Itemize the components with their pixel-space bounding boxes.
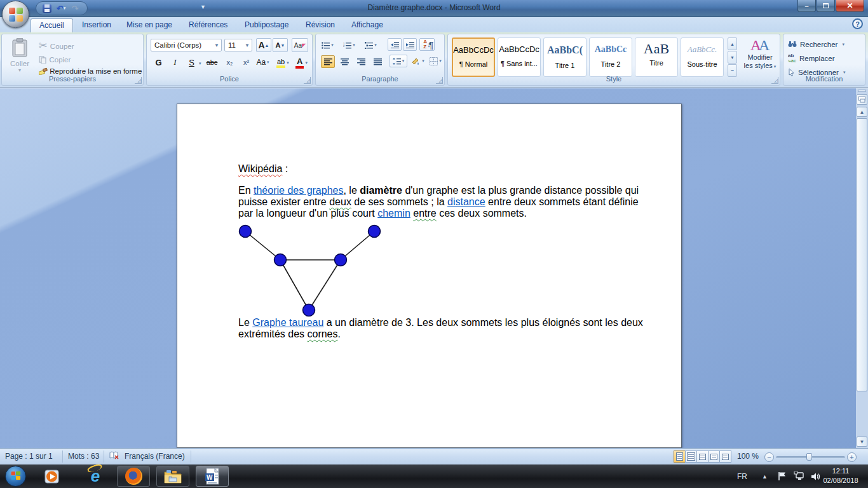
tab-mise-en-page[interactable]: Mise en page	[118, 18, 180, 32]
zoom-level[interactable]: 100 %	[737, 452, 759, 461]
zoom-out-button[interactable]: −	[764, 452, 774, 462]
style-sous-titre[interactable]: AaBbCc. Sous-titre	[681, 37, 724, 77]
style-sans-interligne[interactable]: AaBbCcDc ¶ Sans int...	[498, 37, 541, 77]
text-run: .	[338, 329, 341, 339]
view-outline-button[interactable]	[708, 451, 720, 463]
tray-show-hidden-button[interactable]: ▲	[762, 464, 768, 488]
bold-button[interactable]: G	[152, 56, 165, 69]
show-hide-pilcrow-button[interactable]: ¶	[424, 39, 438, 51]
paragraph-conclusion: Le Graphe taureau a un diamètre de 3. Le…	[238, 317, 651, 340]
clipboard-dialog-launcher[interactable]: ◿	[135, 77, 142, 84]
align-center-button[interactable]	[337, 55, 351, 68]
paragraph-dialog-launcher[interactable]: ◿	[436, 77, 443, 84]
styles-scroll-down[interactable]: ▼	[728, 51, 737, 64]
shading-button[interactable]: ▾	[411, 55, 424, 67]
find-button[interactable]: Rechercher▾	[783, 37, 844, 51]
subscript-button[interactable]: x₂	[223, 56, 236, 69]
taskbar-internet-explorer-button[interactable]: e	[81, 466, 109, 487]
vertical-scrollbar[interactable]: ▲ ▼	[856, 88, 868, 448]
close-button[interactable]: ✕	[836, 0, 864, 12]
paste-dropdown-arrow[interactable]: ▾	[7, 67, 32, 73]
taskbar-media-player-button[interactable]	[39, 466, 65, 487]
font-size-combobox[interactable]: 11▼	[224, 39, 252, 51]
proofing-status-icon[interactable]	[109, 451, 119, 462]
tray-clock[interactable]: 12:11 02/08/2018	[818, 466, 863, 485]
styles-scroll-up[interactable]: ▲	[728, 37, 737, 50]
replace-button[interactable]: ab⤷ac Remplacer	[783, 51, 835, 65]
bullets-button[interactable]: ▾	[321, 39, 334, 51]
font-dialog-launcher[interactable]: ◿	[304, 77, 311, 84]
copy-button[interactable]: Copier	[39, 53, 71, 65]
zoom-slider-thumb[interactable]	[806, 453, 812, 461]
line-spacing-button[interactable]: ▾	[390, 55, 407, 67]
scroll-down-arrow[interactable]: ▼	[857, 437, 867, 447]
font-family-combobox[interactable]: Calibri (Corps)▼	[151, 39, 222, 51]
style-titre[interactable]: AaB Titre	[635, 37, 678, 77]
taskbar-firefox-button[interactable]	[117, 466, 150, 487]
increase-indent-button[interactable]	[403, 38, 417, 51]
language-indicator[interactable]: Français (France)	[125, 452, 185, 461]
office-button[interactable]	[2, 1, 29, 28]
view-web-layout-button[interactable]	[696, 451, 709, 463]
restore-button[interactable]	[817, 0, 835, 12]
hyperlink-graphe-taureau[interactable]: Graphe taureau	[252, 317, 323, 328]
hyperlink-theorie-des-graphes[interactable]: théorie des graphes	[254, 185, 343, 196]
scrollbar-thumb[interactable]	[857, 118, 867, 391]
shrink-font-button[interactable]: A▼	[273, 38, 288, 52]
tab-revision[interactable]: Révision	[297, 18, 343, 32]
tab-references[interactable]: Références	[180, 18, 236, 32]
scroll-up-arrow[interactable]: ▲	[857, 107, 867, 117]
ruler-toggle-button[interactable]	[857, 94, 867, 105]
style-titre-1[interactable]: AaBbC( Titre 1	[543, 37, 587, 77]
action-center-flag-icon[interactable]	[778, 464, 787, 488]
strikethrough-button[interactable]: abc	[205, 56, 219, 69]
numbering-button[interactable]: 12▾	[342, 39, 356, 51]
title-bar: ↶▾ ↷ ▼ Diamètre graphe.docx - Microsoft …	[0, 0, 868, 17]
bull-graph[interactable]	[234, 222, 387, 323]
zoom-in-button[interactable]: +	[847, 452, 857, 462]
superscript-button[interactable]: x²	[240, 56, 253, 69]
tab-insertion[interactable]: Insertion	[74, 18, 119, 32]
taskbar-explorer-button[interactable]	[156, 466, 189, 487]
help-button[interactable]: ?	[852, 18, 863, 29]
format-painter-button[interactable]: Reproduire la mise en forme	[39, 67, 142, 75]
tray-language[interactable]: FR	[737, 464, 747, 488]
split-handle[interactable]	[858, 90, 866, 92]
view-print-layout-button[interactable]	[674, 451, 686, 463]
view-fullscreen-reading-button[interactable]	[685, 451, 697, 463]
change-styles-button[interactable]: AA Modifierles styles▾	[742, 37, 778, 71]
underline-button[interactable]: S	[185, 56, 198, 69]
underline-dropdown[interactable]: ▾	[199, 61, 201, 66]
tab-publipostage[interactable]: Publipostage	[236, 18, 297, 32]
page-indicator[interactable]: Page : 1 sur 1	[5, 452, 53, 461]
minimize-button[interactable]: –	[797, 0, 816, 12]
style-normal[interactable]: AaBbCcDc ¶ Normal	[452, 37, 495, 77]
network-tray-icon[interactable]	[794, 464, 804, 488]
tab-affichage[interactable]: Affichage	[343, 18, 391, 32]
justify-button[interactable]	[370, 55, 384, 68]
align-left-button[interactable]	[321, 55, 335, 68]
start-button[interactable]	[5, 466, 26, 487]
taskbar-word-button[interactable]: W	[196, 466, 229, 487]
view-draft-button[interactable]	[719, 451, 731, 463]
multilevel-list-button[interactable]: ▾	[364, 39, 377, 51]
align-right-button[interactable]	[354, 55, 368, 68]
text-highlight-button[interactable]: ab▾	[276, 55, 289, 67]
cut-button[interactable]: ✂ Couper	[39, 39, 74, 51]
hyperlink-chemin[interactable]: chemin	[377, 208, 410, 219]
clear-formatting-button[interactable]: Aa◤	[292, 38, 308, 52]
decrease-indent-button[interactable]	[388, 38, 402, 51]
hyperlink-distance[interactable]: distance	[447, 196, 485, 207]
tab-accueil[interactable]: Accueil	[31, 18, 73, 32]
italic-button[interactable]: I	[168, 56, 182, 69]
borders-button[interactable]: ▾	[429, 55, 442, 67]
font-color-button[interactable]: A▾	[295, 55, 308, 67]
text-run: , le	[343, 185, 360, 196]
styles-dialog-launcher[interactable]: ◿	[771, 77, 778, 84]
word-count[interactable]: Mots : 63	[68, 452, 99, 461]
document-page[interactable]: Wikipédia : En théorie des graphes, le d…	[177, 104, 682, 448]
change-case-button[interactable]: Aa▾	[256, 56, 269, 69]
paste-button[interactable]: Coller ▾	[7, 38, 32, 73]
grow-font-button[interactable]: A▲	[256, 38, 271, 52]
style-titre-2[interactable]: AaBbCc Titre 2	[589, 37, 632, 77]
